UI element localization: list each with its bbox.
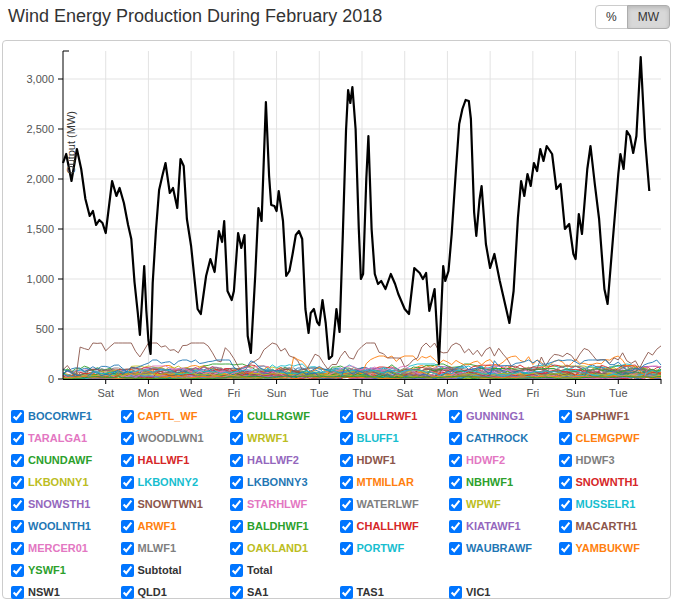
- legend-checkbox-KIATAWF1[interactable]: [449, 520, 462, 533]
- legend-item-VIC1[interactable]: VIC1: [447, 586, 557, 599]
- legend-item-YSWF1[interactable]: YSWF1: [9, 564, 119, 577]
- legend-item-MERCER01[interactable]: MERCER01: [9, 542, 119, 555]
- legend-item-TAS1[interactable]: TAS1: [338, 586, 448, 599]
- mw-unit-button[interactable]: MW: [627, 5, 670, 29]
- legend-checkbox-Subtotal[interactable]: [121, 564, 134, 577]
- legend-checkbox-CAPTL_WF[interactable]: [121, 410, 134, 423]
- legend-checkbox-MUSSELR1[interactable]: [559, 498, 572, 511]
- legend-checkbox-STARHLWF[interactable]: [230, 498, 243, 511]
- legend-checkbox-Total[interactable]: [230, 564, 243, 577]
- legend-item-SNOWSTH1[interactable]: SNOWSTH1: [9, 498, 119, 511]
- legend-checkbox-SAPHWF1[interactable]: [559, 410, 572, 423]
- legend-checkbox-HDWF2[interactable]: [449, 454, 462, 467]
- legend-checkbox-WAUBRAWF[interactable]: [449, 542, 462, 555]
- legend-item-WATERLWF[interactable]: WATERLWF: [338, 498, 448, 511]
- legend-item-HDWF1[interactable]: HDWF1: [338, 454, 448, 467]
- legend-item-YAMBUKWF[interactable]: YAMBUKWF: [557, 542, 667, 555]
- legend-checkbox-LKBONNY1[interactable]: [11, 476, 24, 489]
- legend-item-WPWF[interactable]: WPWF: [447, 498, 557, 511]
- legend-checkbox-YSWF1[interactable]: [11, 564, 24, 577]
- legend-checkbox-GUNNING1[interactable]: [449, 410, 462, 423]
- legend-checkbox-TAS1[interactable]: [340, 586, 353, 599]
- legend-checkbox-WATERLWF[interactable]: [340, 498, 353, 511]
- legend-checkbox-MACARTH1[interactable]: [559, 520, 572, 533]
- legend-checkbox-WRWF1[interactable]: [230, 432, 243, 445]
- legend-item-MACARTH1[interactable]: MACARTH1: [557, 520, 667, 533]
- legend-checkbox-HALLWF2[interactable]: [230, 454, 243, 467]
- legend-item-LKBONNY3[interactable]: LKBONNY3: [228, 476, 338, 489]
- legend-item-CAPTL_WF[interactable]: CAPTL_WF: [119, 410, 229, 423]
- legend-checkbox-LKBONNY3[interactable]: [230, 476, 243, 489]
- legend-item-MUSSELR1[interactable]: MUSSELR1: [557, 498, 667, 511]
- legend-checkbox-HALLWF1[interactable]: [121, 454, 134, 467]
- legend-item-NSW1[interactable]: NSW1: [9, 586, 119, 599]
- legend-item-WRWF1[interactable]: WRWF1: [228, 432, 338, 445]
- legend-checkbox-SNOWNTH1[interactable]: [559, 476, 572, 489]
- legend-item-LKBONNY2[interactable]: LKBONNY2: [119, 476, 229, 489]
- legend-checkbox-TARALGA1[interactable]: [11, 432, 24, 445]
- legend-item-WAUBRAWF[interactable]: WAUBRAWF: [447, 542, 557, 555]
- legend-item-SAPHWF1[interactable]: SAPHWF1: [557, 410, 667, 423]
- legend-checkbox-CNUNDAWF[interactable]: [11, 454, 24, 467]
- legend-item-Subtotal[interactable]: Subtotal: [119, 564, 229, 577]
- legend-item-BALDHWF1[interactable]: BALDHWF1: [228, 520, 338, 533]
- legend-item-HALLWF2[interactable]: HALLWF2: [228, 454, 338, 467]
- legend-item-OAKLAND1[interactable]: OAKLAND1: [228, 542, 338, 555]
- legend-checkbox-OAKLAND1[interactable]: [230, 542, 243, 555]
- legend-item-NBHWF1[interactable]: NBHWF1: [447, 476, 557, 489]
- legend-item-CLEMGPWF[interactable]: CLEMGPWF: [557, 432, 667, 445]
- legend-checkbox-BOCORWF1[interactable]: [11, 410, 24, 423]
- legend-item-GUNNING1[interactable]: GUNNING1: [447, 410, 557, 423]
- legend-checkbox-WPWF[interactable]: [449, 498, 462, 511]
- legend-checkbox-WOOLNTH1[interactable]: [11, 520, 24, 533]
- legend-checkbox-MERCER01[interactable]: [11, 542, 24, 555]
- legend-item-BLUFF1[interactable]: BLUFF1: [338, 432, 448, 445]
- legend-item-STARHLWF[interactable]: STARHLWF: [228, 498, 338, 511]
- legend-checkbox-CULLRGWF[interactable]: [230, 410, 243, 423]
- legend-checkbox-LKBONNY2[interactable]: [121, 476, 134, 489]
- legend-item-CNUNDAWF[interactable]: CNUNDAWF: [9, 454, 119, 467]
- legend-item-CATHROCK[interactable]: CATHROCK: [447, 432, 557, 445]
- legend-checkbox-GULLRWF1[interactable]: [340, 410, 353, 423]
- legend-item-CHALLHWF[interactable]: CHALLHWF: [338, 520, 448, 533]
- legend-checkbox-NBHWF1[interactable]: [449, 476, 462, 489]
- legend-item-MTMILLAR[interactable]: MTMILLAR: [338, 476, 448, 489]
- legend-item-WOODLWN1[interactable]: WOODLWN1: [119, 432, 229, 445]
- legend-item-GULLRWF1[interactable]: GULLRWF1: [338, 410, 448, 423]
- legend-checkbox-CHALLHWF[interactable]: [340, 520, 353, 533]
- legend-item-HDWF3[interactable]: HDWF3: [557, 454, 667, 467]
- legend-checkbox-SNOWTWN1[interactable]: [121, 498, 134, 511]
- legend-checkbox-HDWF3[interactable]: [559, 454, 572, 467]
- legend-item-HDWF2[interactable]: HDWF2: [447, 454, 557, 467]
- legend-checkbox-SA1[interactable]: [230, 586, 243, 599]
- legend-item-BOCORWF1[interactable]: BOCORWF1: [9, 410, 119, 423]
- legend-checkbox-NSW1[interactable]: [11, 586, 24, 599]
- legend-item-LKBONNY1[interactable]: LKBONNY1: [9, 476, 119, 489]
- percent-unit-button[interactable]: %: [595, 5, 628, 29]
- legend-checkbox-MTMILLAR[interactable]: [340, 476, 353, 489]
- legend-item-CULLRGWF[interactable]: CULLRGWF: [228, 410, 338, 423]
- legend-checkbox-VIC1[interactable]: [449, 586, 462, 599]
- legend-checkbox-CATHROCK[interactable]: [449, 432, 462, 445]
- legend-checkbox-MLWF1[interactable]: [121, 542, 134, 555]
- legend-item-ARWF1[interactable]: ARWF1: [119, 520, 229, 533]
- legend-checkbox-ARWF1[interactable]: [121, 520, 134, 533]
- legend-item-MLWF1[interactable]: MLWF1: [119, 542, 229, 555]
- legend-item-SA1[interactable]: SA1: [228, 586, 338, 599]
- legend-checkbox-BLUFF1[interactable]: [340, 432, 353, 445]
- legend-checkbox-PORTWF[interactable]: [340, 542, 353, 555]
- legend-item-WOOLNTH1[interactable]: WOOLNTH1: [9, 520, 119, 533]
- legend-checkbox-QLD1[interactable]: [121, 586, 134, 599]
- legend-item-HALLWF1[interactable]: HALLWF1: [119, 454, 229, 467]
- legend-checkbox-HDWF1[interactable]: [340, 454, 353, 467]
- legend-item-SNOWTWN1[interactable]: SNOWTWN1: [119, 498, 229, 511]
- legend-item-QLD1[interactable]: QLD1: [119, 586, 229, 599]
- legend-item-SNOWNTH1[interactable]: SNOWNTH1: [557, 476, 667, 489]
- legend-checkbox-YAMBUKWF[interactable]: [559, 542, 572, 555]
- legend-checkbox-WOODLWN1[interactable]: [121, 432, 134, 445]
- legend-checkbox-SNOWSTH1[interactable]: [11, 498, 24, 511]
- legend-item-PORTWF[interactable]: PORTWF: [338, 542, 448, 555]
- legend-checkbox-BALDHWF1[interactable]: [230, 520, 243, 533]
- legend-item-Total[interactable]: Total: [228, 564, 338, 577]
- legend-item-TARALGA1[interactable]: TARALGA1: [9, 432, 119, 445]
